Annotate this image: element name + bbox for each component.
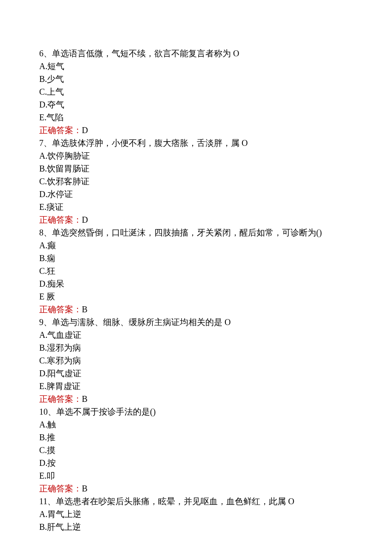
question-stem: 11、单选患者在吵架后头胀痛，眩晕，并见呕血，血色鲜红，此属 O <box>39 495 353 508</box>
answer-line: 正确答案：B <box>39 482 353 495</box>
answer-label: 正确答案： <box>39 394 82 404</box>
answer-value: D <box>82 125 88 135</box>
question-option: D.阳气虚证 <box>39 367 353 380</box>
answer-line: 正确答案：B <box>39 392 353 405</box>
question-option: A.气血虚证 <box>39 328 353 341</box>
question-option: E.脾胃虚证 <box>39 380 353 392</box>
question-stem: 6、单选语言低微，气短不续，欲言不能复言者称为 O <box>39 47 353 60</box>
question-option: D.夺气 <box>39 98 353 111</box>
answer-label: 正确答案： <box>39 215 82 224</box>
question-option: D.水停证 <box>39 188 353 200</box>
question-option: A.癫 <box>39 239 353 252</box>
answer-label: 正确答案： <box>39 305 82 314</box>
question-option: C.寒邪为病 <box>39 354 353 367</box>
answer-value: B <box>82 305 87 314</box>
question-option: B.少气 <box>39 73 353 85</box>
question-option: D.痴呆 <box>39 277 353 290</box>
question-option: C.狂 <box>39 264 353 277</box>
answer-value: B <box>82 394 87 404</box>
question-option: B.痫 <box>39 252 353 264</box>
question-option: C.饮邪客肺证 <box>39 175 353 188</box>
question-option: C.上气 <box>39 85 353 98</box>
question-option: B.湿邪为病 <box>39 341 353 354</box>
question-option: E.叩 <box>39 469 353 482</box>
question-option: A.饮停胸胁证 <box>39 149 353 162</box>
question-option: E.痰证 <box>39 200 353 213</box>
question-option: C.摸 <box>39 444 353 456</box>
question-stem: 8、单选突然昏倒，口吐涎沫，四肢抽搐，牙关紧闭，醒后如常，可诊断为() <box>39 226 353 239</box>
question-stem: 7、单选肢体浮肿，小便不利，腹大痞胀，舌淡胖，属 O <box>39 137 353 149</box>
answer-value: D <box>82 215 88 224</box>
question-option: A.短气 <box>39 60 353 73</box>
question-option: A.胃气上逆 <box>39 508 353 520</box>
question-option: E.气陷 <box>39 111 353 124</box>
answer-label: 正确答案： <box>39 125 82 135</box>
answer-line: 正确答案：D <box>39 213 353 226</box>
question-option: B.推 <box>39 431 353 444</box>
question-option: B.肝气上逆 <box>39 520 353 533</box>
answer-line: 正确答案：B <box>39 303 353 316</box>
question-option: A.触 <box>39 418 353 431</box>
question-stem: 10、单选不属于按诊手法的是() <box>39 405 353 418</box>
question-option: D.按 <box>39 456 353 469</box>
answer-line: 正确答案：D <box>39 124 353 137</box>
answer-label: 正确答案： <box>39 484 82 493</box>
question-option: B.饮留胃肠证 <box>39 162 353 175</box>
answer-value: B <box>82 484 87 493</box>
question-stem: 9、单选与濡脉、细脉、缓脉所主病证均相关的是 O <box>39 316 353 328</box>
question-option: E 厥 <box>39 290 353 303</box>
